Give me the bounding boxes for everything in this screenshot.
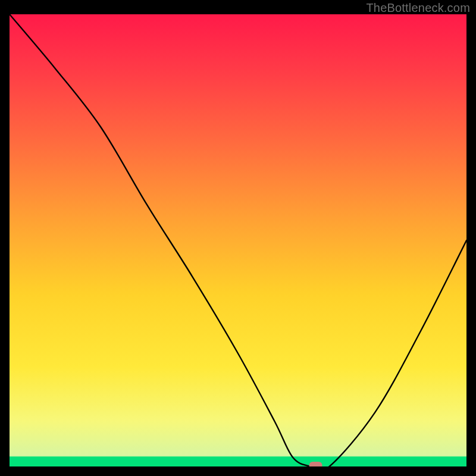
watermark-text: TheBottleneck.com: [366, 1, 470, 15]
gradient-background: [10, 14, 466, 466]
bottom-green-band: [10, 456, 466, 466]
optimal-point-marker: [309, 462, 322, 466]
chart-svg: [10, 14, 466, 466]
bottleneck-chart: [10, 14, 466, 466]
chart-frame: TheBottleneck.com: [0, 0, 476, 476]
